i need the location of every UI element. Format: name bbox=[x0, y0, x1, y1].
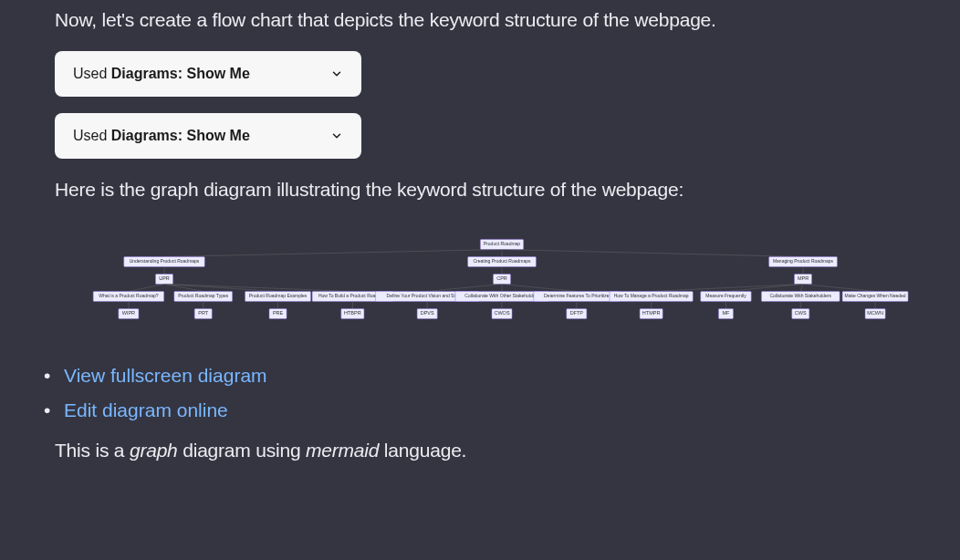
svg-text:CWS: CWS bbox=[795, 310, 807, 316]
svg-line-20 bbox=[129, 285, 164, 292]
svg-text:MPR: MPR bbox=[798, 275, 809, 281]
svg-line-14 bbox=[502, 250, 803, 257]
view-fullscreen-link[interactable]: View fullscreen diagram bbox=[64, 365, 267, 386]
svg-text:Determine Features To Prioriti: Determine Features To Prioritize bbox=[544, 293, 610, 298]
svg-text:Product Roadmap Examples: Product Roadmap Examples bbox=[249, 293, 308, 298]
svg-text:PRT: PRT bbox=[198, 310, 209, 316]
svg-text:Understanding Product Roadmaps: Understanding Product Roadmaps bbox=[130, 258, 200, 264]
svg-text:UPR: UPR bbox=[159, 275, 170, 281]
svg-text:WIPR: WIPR bbox=[122, 310, 135, 316]
diagram-type-text: This is a graph diagram using mermaid la… bbox=[55, 440, 905, 461]
list-item: Edit diagram online bbox=[55, 399, 905, 421]
svg-line-44 bbox=[427, 285, 502, 292]
chevron-down-icon bbox=[330, 67, 343, 80]
svg-text:PRE: PRE bbox=[273, 310, 284, 316]
svg-text:DPVS: DPVS bbox=[421, 310, 434, 316]
svg-line-62 bbox=[652, 285, 803, 292]
svg-text:HTBPR: HTBPR bbox=[344, 310, 361, 316]
accordion-label: Used Diagrams: Show Me bbox=[73, 128, 250, 144]
svg-text:HTMPR: HTMPR bbox=[642, 310, 661, 316]
svg-text:Creating Product Roadmaps: Creating Product Roadmaps bbox=[473, 258, 531, 264]
svg-text:How To Manage a Product Roadma: How To Manage a Product Roadmap bbox=[614, 293, 689, 298]
svg-text:Product Roadmap Types: Product Roadmap Types bbox=[178, 293, 228, 298]
used-plugin-accordion-2[interactable]: Used Diagrams: Show Me bbox=[55, 113, 361, 159]
svg-text:Collaborate With Stakeholders: Collaborate With Stakeholders bbox=[769, 293, 831, 298]
svg-text:CWOS: CWOS bbox=[494, 310, 509, 316]
svg-text:Managing Product Roadmaps: Managing Product Roadmaps bbox=[773, 258, 834, 264]
accordion-label: Used Diagrams: Show Me bbox=[73, 66, 250, 82]
result-text: Here is the graph diagram illustrating t… bbox=[55, 179, 905, 201]
svg-line-68 bbox=[725, 285, 803, 292]
list-item: View fullscreen diagram bbox=[55, 365, 905, 387]
svg-line-80 bbox=[803, 285, 875, 292]
svg-text:Make Changes When Needed: Make Changes When Needed bbox=[845, 293, 906, 298]
diagram-container: Product RoadmapUnderstanding Product Roa… bbox=[55, 237, 949, 328]
svg-line-56 bbox=[502, 285, 577, 292]
svg-text:Measure Frequently: Measure Frequently bbox=[705, 293, 746, 298]
chevron-down-icon bbox=[330, 130, 343, 142]
svg-text:MCWN: MCWN bbox=[867, 310, 883, 316]
edit-diagram-link[interactable]: Edit diagram online bbox=[64, 399, 228, 420]
svg-line-74 bbox=[800, 285, 803, 292]
used-plugin-accordion-1[interactable]: Used Diagrams: Show Me bbox=[55, 51, 361, 97]
svg-text:Collaborate With Other Stakeho: Collaborate With Other Stakeholders bbox=[464, 293, 539, 298]
svg-text:MF: MF bbox=[722, 310, 730, 316]
svg-line-2 bbox=[164, 250, 502, 257]
svg-text:Product Roadmap: Product Roadmap bbox=[484, 241, 521, 246]
keyword-structure-diagram: Product RoadmapUnderstanding Product Roa… bbox=[55, 237, 949, 328]
svg-text:DFTP: DFTP bbox=[570, 310, 584, 316]
intro-text: Now, let's create a flow chart that depi… bbox=[55, 9, 905, 31]
svg-text:CPR: CPR bbox=[496, 275, 507, 281]
svg-text:What is a Product Roadmap?: What is a Product Roadmap? bbox=[99, 293, 159, 298]
